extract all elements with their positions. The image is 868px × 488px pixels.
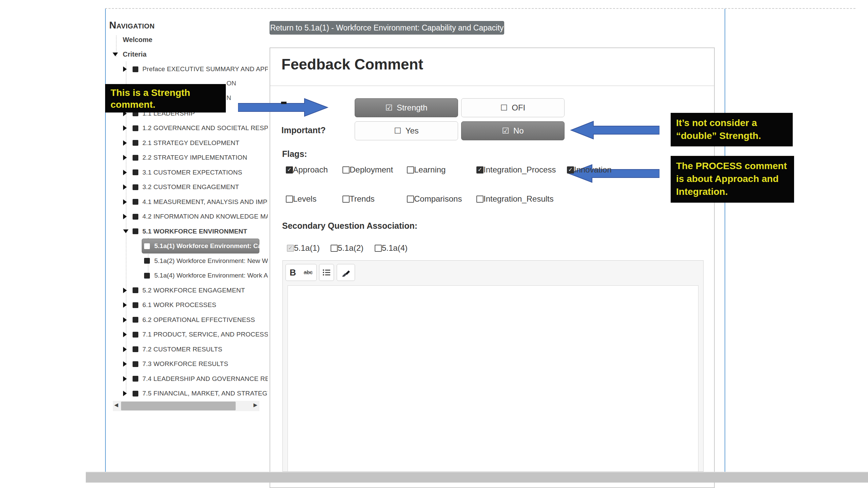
nav-item[interactable]: Welcome [106,32,268,47]
checked-box-icon[interactable]: ✓ [287,245,294,252]
secondary-checkbox-5-1a-2-[interactable]: 5.1a(2) [331,243,363,253]
panel-divider [270,85,714,86]
secondary-checkbox-5-1a-4-[interactable]: 5.1a(4) [375,243,408,253]
checkbox-label: Approach [293,165,328,175]
nav-item[interactable]: 4.2 INFORMATION AND KNOWLEDGE MANA [106,209,268,224]
return-button[interactable]: Return to 5.1a(1) - Workforce Environmen… [270,21,504,35]
arrow-to-no [570,121,659,140]
nav-item-label: 5.1 WORKFORCE ENVIRONMENT [142,228,247,235]
collapse-icon[interactable] [123,229,129,233]
nav-item[interactable]: 7.5 FINANCIAL, MARKET, AND STRATEGY RE: [106,386,268,400]
secondary-checkbox-5-1a-1-[interactable]: ✓5.1a(1) [287,243,320,253]
unchecked-box-icon[interactable] [407,196,414,203]
checked-box-icon[interactable]: ✓ [567,166,574,174]
checkbox-label: Integration_Results [484,194,554,204]
expand-icon[interactable] [123,170,127,175]
nav-item-label: 5.1a(2) Workforce Environment: New Wo [154,257,268,265]
expand-icon[interactable] [123,302,127,308]
editor-text-area[interactable] [288,285,698,472]
flag-checkbox-approach[interactable]: ✓Approach [286,165,328,175]
nav-item[interactable]: 5.1a(2) Workforce Environment: New Wo [106,253,268,268]
scroll-right-icon[interactable]: ▶ [253,402,257,408]
expand-icon[interactable] [123,347,127,352]
nav-item[interactable]: 6.2 OPERATIONAL EFFECTIVENESS [106,312,268,327]
expand-icon[interactable] [123,288,127,293]
important-yes-button[interactable]: ☐ Yes [355,121,458,140]
expand-icon[interactable] [123,140,127,146]
strength-toggle-button[interactable]: ☑ Strength [355,98,458,117]
nav-item[interactable]: 7.4 LEADERSHIP AND GOVERNANCE RESULT [106,371,268,386]
nav-item[interactable]: 5.1a(4) Workforce Environment: Work Ac [106,268,268,283]
flag-checkbox-trends[interactable]: Trends [342,194,375,204]
flag-checkbox-deployment[interactable]: Deployment [342,165,393,175]
callout-strength-comment: This is a Strength comment. [105,84,226,113]
tree-square-icon [133,376,138,382]
expand-icon[interactable] [123,214,127,219]
nav-item[interactable]: 5.2 WORKFORCE ENGAGEMENT [106,283,268,298]
nav-item[interactable]: 6.1 WORK PROCESSES [106,298,268,312]
nav-item[interactable]: 5.1a(1) Workforce Environment: Capa [106,239,268,253]
tree-square-icon [133,66,138,72]
expand-icon[interactable] [123,199,127,205]
collapse-icon[interactable] [113,53,118,56]
expand-icon[interactable] [123,184,127,190]
nav-item[interactable]: 4.1 MEASUREMENT, ANALYSIS AND IMPROV [106,195,268,209]
scroll-left-icon[interactable]: ◀ [114,402,118,408]
flags-label: Flags: [282,149,307,159]
nav-item-label: 6.1 WORK PROCESSES [142,301,216,309]
flag-checkbox-integration-process[interactable]: ✓Integration_Process [476,165,556,175]
nav-item[interactable]: 7.1 PRODUCT, SERVICE, AND PROCESS RESU [106,327,268,342]
nav-item-label: Criteria [123,50,146,58]
tree-square-icon [133,346,138,352]
expand-icon[interactable] [123,125,127,131]
expand-icon[interactable] [123,317,127,323]
checkbox-label: 5.1a(1) [294,243,320,253]
nav-item[interactable]: 2.1 STRATEGY DEVELOPMENT [106,136,268,150]
nav-item[interactable]: 3.2 CUSTOMER ENGAGEMENT [106,180,268,195]
nav-item-label: 6.2 OPERATIONAL EFFECTIVENESS [142,316,255,324]
nav-item[interactable]: 2.2 STRATEGY IMPLEMENTATION [106,150,268,165]
unchecked-box-icon[interactable] [407,166,414,174]
expand-icon[interactable] [123,376,127,382]
expand-icon[interactable] [123,155,127,160]
tree-square-icon [133,214,138,220]
checked-box-icon[interactable]: ✓ [476,166,484,174]
unchecked-box-icon[interactable] [476,196,484,203]
ofi-toggle-button[interactable]: ☐ OFI [461,98,565,117]
unchecked-box-icon[interactable] [375,245,382,252]
expand-icon[interactable] [123,332,127,337]
panel-title: Feedback Comment [281,56,423,73]
expand-icon[interactable] [123,66,127,72]
obscured-nav-text-fragment: ON [226,80,236,87]
checked-box-icon[interactable]: ✓ [286,166,293,174]
important-no-button[interactable]: ☑ No [461,121,565,140]
nav-item[interactable]: 5.1 WORKFORCE ENVIRONMENT [106,224,268,239]
checkbox-label: Integration_Process [484,165,556,175]
nav-horizontal-scrollbar[interactable]: ◀ ▶ [113,401,259,411]
tree-square-icon [133,302,138,308]
flag-checkbox-learning[interactable]: Learning [407,165,446,175]
flag-checkbox-innovation[interactable]: ✓Innovation [567,165,612,175]
nav-item[interactable]: Preface EXECUTIVE SUMMARY AND APPLICA [106,62,268,77]
unchecked-box-icon[interactable] [342,196,350,203]
format-painter-button[interactable] [337,264,355,281]
nav-item[interactable]: 7.2 CUSTOMER RESULTS [106,342,268,357]
expand-icon[interactable] [123,361,127,367]
flag-checkbox-integration-results[interactable]: Integration_Results [476,194,554,204]
nav-item[interactable]: 3.1 CUSTOMER EXPECTATIONS [106,165,268,180]
expand-icon[interactable] [123,391,127,396]
nav-item-label: 5.1a(4) Workforce Environment: Work Ac [154,272,268,279]
nav-item[interactable]: 1.2 GOVERNANCE AND SOCIETAL RESPONSI [106,121,268,136]
bold-button[interactable]: B [290,267,296,278]
unchecked-box-icon[interactable] [286,196,293,203]
checkbox-label: Levels [293,194,316,204]
unchecked-box-icon[interactable] [342,166,350,174]
unchecked-box-icon[interactable] [331,245,338,252]
scrollbar-thumb[interactable] [121,402,236,410]
nav-item[interactable]: 7.3 WORKFORCE RESULTS [106,357,268,371]
strikethrough-button[interactable]: abc [304,269,313,276]
bullet-list-button[interactable] [319,264,334,281]
nav-item[interactable]: Criteria [106,47,268,62]
flag-checkbox-levels[interactable]: Levels [286,194,316,204]
flag-checkbox-comparisons[interactable]: Comparisons [407,194,462,204]
